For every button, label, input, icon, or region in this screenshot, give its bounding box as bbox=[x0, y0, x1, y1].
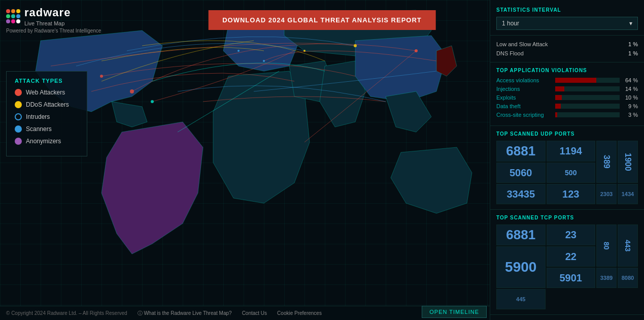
tcp-port-5901: 5901 bbox=[547, 268, 596, 288]
tcp-port-22: 22 bbox=[547, 246, 596, 267]
udp-port-5060: 5060 bbox=[496, 163, 546, 183]
svg-point-4 bbox=[100, 75, 103, 78]
stat-row-low-slow: Low and Slow Attack 1 % bbox=[496, 40, 638, 49]
udp-port-2303: 2303 bbox=[596, 184, 617, 204]
violation-label: Exploits bbox=[496, 94, 552, 101]
intruders-dot bbox=[15, 113, 22, 120]
powered-by-text: Powered by Radware's Threat Intelligence bbox=[6, 27, 101, 35]
svg-point-5 bbox=[303, 50, 306, 52]
top-app-violations-section: TOP APPLICATION VIOLATIONS Access violat… bbox=[490, 62, 644, 126]
cookie-preferences-link[interactable]: Cookie Preferences bbox=[277, 310, 322, 316]
tcp-port-5900: 5900 bbox=[496, 246, 546, 288]
violation-bar-bg bbox=[555, 104, 620, 109]
udp-port-1194: 1194 bbox=[547, 141, 596, 162]
anonymizers-dot bbox=[15, 138, 22, 145]
violation-label: Access violations bbox=[496, 77, 552, 83]
download-report-banner[interactable]: DOWNLOAD 2024 GLOBAL THREAT ANALYSIS REP… bbox=[208, 10, 436, 30]
violation-bar-bg bbox=[555, 86, 620, 91]
stats-interval-title: STATISTICS INTERVAL bbox=[496, 7, 638, 13]
violation-bar bbox=[555, 78, 596, 83]
top-udp-title: TOP SCANNED UDP PORTS bbox=[496, 131, 638, 137]
svg-point-3 bbox=[263, 60, 265, 62]
interval-value: 1 hour bbox=[502, 20, 519, 27]
interval-dropdown[interactable]: 1 hour ▾ bbox=[496, 17, 638, 30]
stat-pct: 1 % bbox=[628, 41, 638, 47]
open-timeline-button[interactable]: OPEN TIMELINE bbox=[422, 306, 487, 318]
stat-label: DNS Flood bbox=[496, 50, 524, 56]
udp-port-1434: 1434 bbox=[618, 184, 638, 204]
udp-port-1900: 1900 bbox=[618, 141, 638, 183]
attack-types-title: ATTACK TYPES bbox=[15, 78, 79, 84]
contact-us-link[interactable]: Contact Us bbox=[242, 310, 267, 316]
scanners-dot bbox=[15, 125, 22, 133]
violation-bar-bg bbox=[555, 112, 620, 117]
what-is-link[interactable]: ⓘ What is the Radware Live Threat Map? bbox=[138, 310, 232, 317]
udp-port-500: 500 bbox=[547, 163, 596, 183]
logo-area: radware Live Threat Map bbox=[6, 6, 101, 26]
violation-bar bbox=[555, 95, 562, 100]
violation-bar bbox=[555, 104, 561, 109]
top-tcp-ports-section: TOP SCANNED TCP PORTS 6881 23 80 443 590… bbox=[490, 210, 644, 315]
violation-row-data-theft: Data theft 9 % bbox=[496, 103, 638, 109]
udp-port-389: 389 bbox=[596, 141, 617, 183]
map-area bbox=[0, 0, 490, 320]
svg-point-0 bbox=[415, 49, 418, 52]
violation-pct: 14 % bbox=[623, 86, 638, 92]
violation-pct: 64 % bbox=[623, 77, 638, 83]
stat-pct: 1 % bbox=[628, 50, 638, 56]
attack-type-anonymizers[interactable]: Anonymizers bbox=[15, 138, 79, 145]
chevron-down-icon: ▾ bbox=[629, 20, 632, 27]
svg-point-6 bbox=[238, 50, 240, 52]
tcp-port-80: 80 bbox=[596, 225, 617, 267]
stat-row-dns-flood: DNS Flood 1 % bbox=[496, 49, 638, 58]
violation-label: Data theft bbox=[496, 103, 552, 109]
udp-port-6881: 6881 bbox=[496, 141, 546, 162]
violation-pct: 3 % bbox=[623, 112, 638, 118]
logo-icon bbox=[6, 9, 20, 23]
stats-interval-section: STATISTICS INTERVAL 1 hour ▾ bbox=[490, 0, 644, 36]
attack-type-intruders[interactable]: Intruders bbox=[15, 113, 79, 120]
violation-label: Cross-site scripting bbox=[496, 112, 552, 118]
violation-pct: 9 % bbox=[623, 103, 638, 109]
tcp-port-8080: 8080 bbox=[618, 268, 638, 288]
violation-row-exploits: Exploits 10 % bbox=[496, 94, 638, 101]
logo-text: radware bbox=[24, 6, 71, 19]
web-attackers-dot bbox=[15, 89, 22, 96]
attack-type-scanners[interactable]: Scanners bbox=[15, 125, 79, 133]
violation-pct: 10 % bbox=[623, 94, 638, 101]
tcp-port-6881: 6881 bbox=[496, 225, 546, 245]
violation-bar bbox=[555, 86, 564, 91]
header: radware Live Threat Map Powered by Radwa… bbox=[6, 6, 101, 35]
tcp-port-3389: 3389 bbox=[596, 268, 617, 288]
attack-type-ddos[interactable]: DDoS Attackers bbox=[15, 101, 79, 108]
ddos-attackers-dot bbox=[15, 101, 22, 108]
udp-port-123: 123 bbox=[547, 184, 596, 204]
violation-bar-bg bbox=[555, 78, 620, 83]
svg-point-7 bbox=[151, 100, 154, 103]
violation-row-xss: Cross-site scripting 3 % bbox=[496, 112, 638, 118]
tcp-port-445: 445 bbox=[496, 289, 546, 309]
attack-types-legend: ATTACK TYPES Web Attackers DDoS Attacker… bbox=[6, 71, 87, 156]
svg-point-1 bbox=[354, 44, 357, 47]
svg-point-2 bbox=[130, 89, 134, 93]
top-app-violations-title: TOP APPLICATION VIOLATIONS bbox=[496, 68, 638, 73]
violation-label: Injections bbox=[496, 86, 552, 92]
tcp-port-23: 23 bbox=[547, 225, 596, 245]
udp-port-33435: 33435 bbox=[496, 184, 546, 204]
footer: © Copyright 2024 Radware Ltd. – All Righ… bbox=[0, 306, 490, 320]
right-panel: COLLAPSE STATISTICS INTERVAL 1 hour ▾ Lo… bbox=[490, 0, 644, 320]
attack-type-web[interactable]: Web Attackers bbox=[15, 89, 79, 96]
logo-subtitle: Live Threat Map bbox=[24, 20, 71, 26]
stat-label: Low and Slow Attack bbox=[496, 41, 548, 47]
collapse-button[interactable]: COLLAPSE bbox=[490, 0, 490, 41]
copyright-text: © Copyright 2024 Radware Ltd. – All Righ… bbox=[6, 310, 127, 316]
attack-stats-list: Low and Slow Attack 1 % DNS Flood 1 % bbox=[490, 36, 644, 62]
violation-row-injections: Injections 14 % bbox=[496, 86, 638, 92]
violation-bar bbox=[555, 112, 557, 117]
top-tcp-title: TOP SCANNED TCP PORTS bbox=[496, 215, 638, 220]
top-udp-ports-section: TOP SCANNED UDP PORTS 6881 1194 389 1900… bbox=[490, 126, 644, 210]
violation-bar-bg bbox=[555, 95, 620, 100]
tcp-port-443: 443 bbox=[618, 225, 638, 267]
violation-row-access: Access violations 64 % bbox=[496, 77, 638, 83]
